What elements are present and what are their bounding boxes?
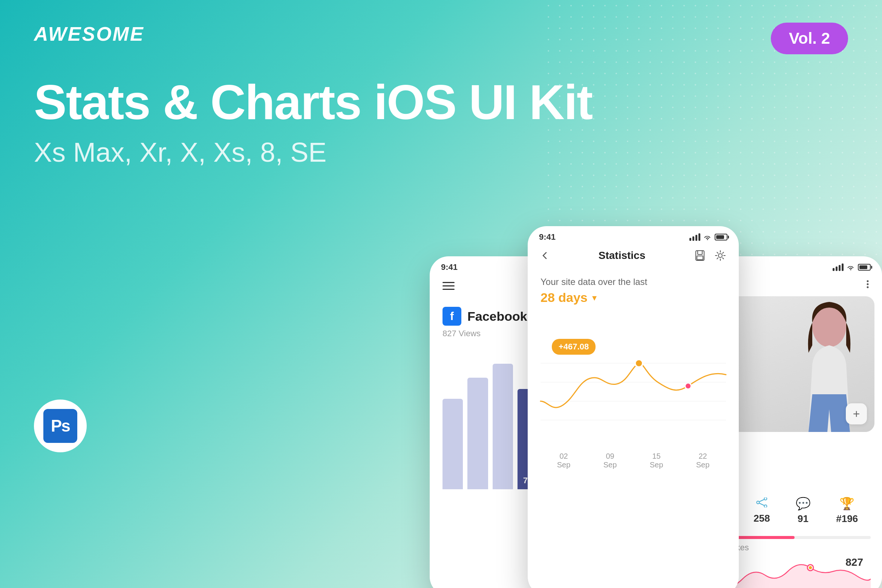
comments-value: 91: [796, 513, 811, 525]
status-icons-2: [689, 233, 727, 241]
signal-icon-2: [689, 233, 700, 241]
time-2: 9:41: [539, 232, 556, 242]
hamburger-icon[interactable]: [443, 282, 455, 290]
logo: AWESOME: [34, 23, 144, 45]
save-icon[interactable]: [694, 250, 706, 261]
wifi-icon-3: [847, 264, 855, 270]
trophy-icon: 🏆: [836, 496, 858, 511]
x-label-1: 02Sep: [557, 452, 571, 469]
stat-rank: 🏆 #196: [836, 496, 858, 525]
main-heading: Stats & Charts iOS UI Kit: [34, 75, 592, 129]
comment-icon: 💬: [796, 496, 811, 511]
stat-comments: 💬 91: [796, 496, 811, 525]
rank-value: #196: [836, 513, 858, 525]
x-label-3: 15Sep: [650, 452, 663, 469]
bar-2: [467, 378, 488, 489]
signal-icon-3: [833, 263, 844, 271]
svg-line-24: [760, 503, 764, 505]
line-chart-container: +467.08: [541, 316, 726, 448]
phones-container: 9:41: [430, 136, 882, 588]
chart-tooltip: +467.08: [552, 339, 596, 355]
svg-point-17: [867, 283, 869, 285]
facebook-logo: f: [443, 307, 461, 326]
svg-point-15: [635, 360, 643, 367]
chart-value: 827: [845, 556, 863, 568]
svg-line-23: [760, 499, 764, 502]
subtitle-text: Your site data over the last: [541, 277, 726, 287]
shares-value: 258: [753, 513, 770, 524]
status-icons-3: [833, 263, 871, 271]
bar-3: [493, 364, 513, 489]
svg-point-26: [809, 566, 812, 569]
action-icons: [694, 250, 726, 261]
platform-name: Facebook: [467, 309, 527, 324]
svg-point-22: [764, 505, 767, 508]
x-axis: 02Sep 09Sep 15Sep 22Sep: [541, 448, 726, 473]
header: AWESOME Vol. 2: [34, 23, 848, 54]
share-stat-icon: [753, 496, 770, 510]
chevron-down-icon: ▾: [592, 292, 597, 303]
phone2-nav: Statistics: [528, 242, 739, 269]
svg-point-20: [764, 498, 767, 500]
days-selector[interactable]: 28 days ▾: [541, 290, 726, 305]
svg-point-18: [867, 286, 869, 288]
more-icon[interactable]: [866, 280, 869, 289]
svg-rect-7: [698, 251, 702, 254]
stat-shares: 258: [753, 496, 770, 525]
statistics-title: Statistics: [599, 250, 646, 262]
x-label-4: 22Sep: [696, 452, 710, 469]
wifi-icon-2: [703, 234, 712, 240]
phone-statistics: 9:41 Statistics: [528, 226, 739, 588]
svg-rect-8: [697, 256, 703, 260]
x-label-2: 09Sep: [603, 452, 617, 469]
back-icon[interactable]: [541, 251, 550, 260]
svg-point-21: [757, 501, 760, 504]
settings-icon[interactable]: [715, 250, 726, 261]
svg-point-16: [867, 280, 869, 282]
add-button[interactable]: +: [846, 403, 867, 424]
vol-badge: Vol. 2: [771, 23, 848, 54]
ps-icon: Ps: [34, 400, 87, 452]
battery-icon-3: [858, 264, 871, 271]
time-1: 9:41: [441, 262, 458, 272]
days-text: 28 days: [541, 290, 588, 305]
svg-point-14: [685, 383, 691, 389]
phone2-content: Your site data over the last 28 days ▾: [528, 269, 739, 481]
battery-icon-2: [715, 234, 727, 240]
status-bar-2: 9:41: [528, 226, 739, 242]
bar-1: [443, 399, 463, 490]
line-chart-svg: [541, 316, 726, 448]
ps-label: Ps: [43, 409, 77, 443]
svg-point-9: [718, 254, 722, 257]
